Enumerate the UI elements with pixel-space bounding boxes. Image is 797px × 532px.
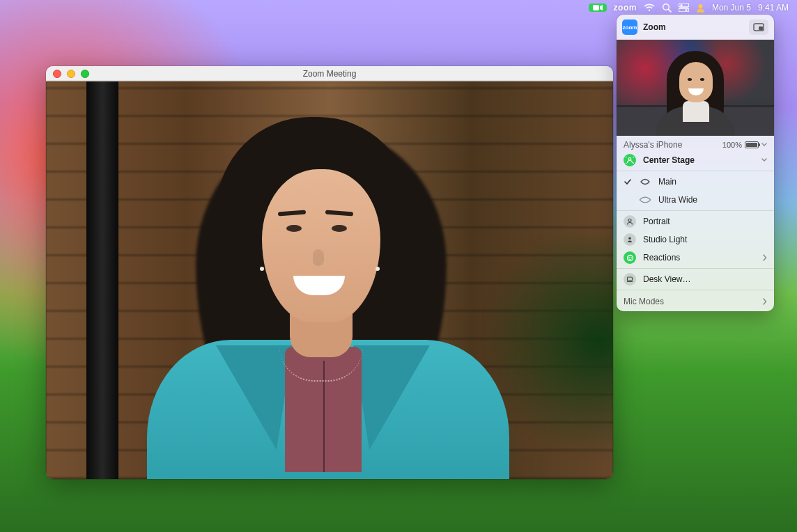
- checkmark-icon: [624, 178, 632, 185]
- menubar-date[interactable]: Mon Jun 5: [712, 3, 751, 13]
- chevron-down-icon: [761, 142, 767, 148]
- video-icon: [593, 4, 603, 11]
- window-close-button[interactable]: [53, 70, 61, 78]
- svg-point-10: [628, 158, 631, 161]
- participant-main: [147, 110, 516, 479]
- svg-point-11: [628, 219, 631, 222]
- svg-rect-9: [759, 26, 763, 30]
- svg-point-6: [685, 9, 687, 11]
- menubar-app-label[interactable]: zoom: [614, 3, 637, 13]
- control-center-icon[interactable]: [679, 3, 689, 12]
- svg-line-2: [668, 10, 671, 13]
- zoom-meeting-window: Zoom Meeting: [46, 66, 613, 479]
- portrait-label: Portrait: [643, 217, 767, 226]
- portrait-icon: [624, 215, 636, 228]
- reactions-toggle[interactable]: Reactions: [617, 249, 774, 267]
- reactions-label: Reactions: [643, 253, 755, 263]
- desk-view-button[interactable]: Desk View…: [617, 270, 774, 288]
- lens-ultrawide-label: Ultra Wide: [658, 195, 767, 205]
- battery-icon: [745, 141, 759, 148]
- portrait-toggle[interactable]: Portrait: [617, 212, 774, 230]
- main-video-feed: [46, 81, 613, 479]
- wifi-icon[interactable]: [644, 3, 655, 12]
- svg-point-15: [630, 256, 631, 257]
- device-name: Alyssa's iPhone: [624, 140, 682, 150]
- studio-light-toggle[interactable]: Studio Light: [617, 230, 774, 249]
- panel-app-name: Zoom: [643, 22, 666, 32]
- expand-window-button[interactable]: [749, 19, 768, 35]
- mic-modes-row[interactable]: Mic Modes: [617, 292, 774, 311]
- desk-view-icon: [624, 273, 636, 285]
- window-title: Zoom Meeting: [46, 69, 613, 79]
- device-row[interactable]: Alyssa's iPhone 100%: [617, 136, 774, 151]
- svg-point-4: [680, 4, 682, 6]
- window-titlebar[interactable]: Zoom Meeting: [46, 66, 613, 81]
- picture-in-picture-icon: [753, 23, 764, 31]
- mic-modes-label: Mic Modes: [624, 297, 664, 306]
- svg-rect-0: [593, 5, 599, 10]
- studio-light-label: Studio Light: [643, 235, 767, 244]
- svg-point-13: [627, 255, 633, 260]
- menubar-time[interactable]: 9:41 AM: [758, 3, 789, 13]
- svg-rect-3: [679, 3, 689, 7]
- center-stage-icon: [624, 154, 636, 166]
- studio-light-icon: [624, 233, 636, 246]
- chevron-down-icon: [761, 157, 767, 163]
- chevron-right-icon: [762, 254, 767, 261]
- svg-rect-16: [628, 277, 633, 281]
- panel-header: zoom Zoom: [617, 15, 774, 40]
- camera-mode-row[interactable]: Center Stage: [617, 151, 774, 169]
- camera-mode-label: Center Stage: [643, 155, 755, 165]
- camera-preview: [617, 40, 774, 136]
- desk-view-label: Desk View…: [643, 274, 767, 284]
- lens-ultrawide-icon: [639, 196, 651, 203]
- svg-rect-5: [679, 8, 689, 12]
- lens-main-option[interactable]: Main: [617, 173, 774, 191]
- lens-wide-icon: [639, 178, 651, 185]
- battery-percentage: 100%: [722, 141, 742, 149]
- macos-menubar: zoom Mon Jun 5 9:41 AM: [0, 0, 797, 15]
- chevron-right-icon: [762, 298, 767, 305]
- svg-point-7: [698, 4, 702, 8]
- reactions-icon: [624, 251, 636, 264]
- spotlight-icon[interactable]: [662, 3, 672, 13]
- menubar-video-indicator[interactable]: [589, 3, 607, 12]
- camera-control-panel: zoom Zoom Alyssa's iPhone 100% Center St…: [617, 15, 774, 311]
- window-zoom-button[interactable]: [81, 70, 89, 78]
- lens-main-label: Main: [658, 177, 767, 187]
- window-traffic-lights: [53, 66, 89, 81]
- lens-ultrawide-option[interactable]: Ultra Wide: [617, 191, 774, 209]
- window-minimize-button[interactable]: [67, 70, 75, 78]
- svg-point-12: [628, 237, 631, 240]
- zoom-app-icon: zoom: [622, 19, 637, 35]
- user-icon[interactable]: [696, 3, 705, 13]
- svg-point-14: [628, 256, 629, 257]
